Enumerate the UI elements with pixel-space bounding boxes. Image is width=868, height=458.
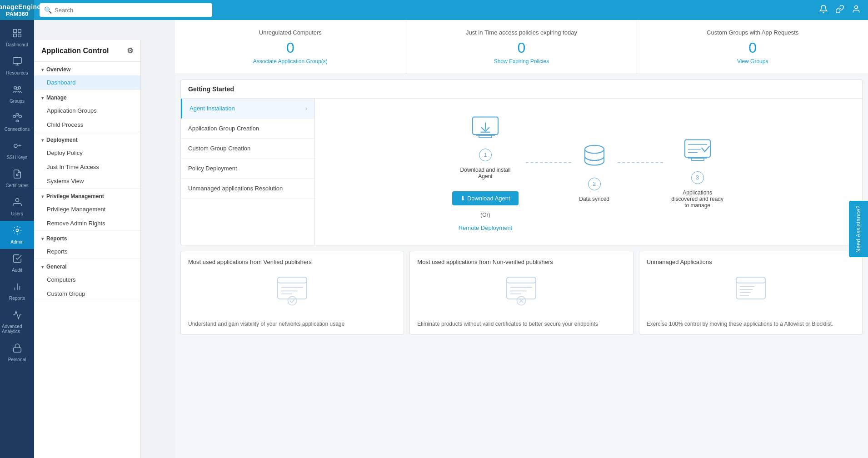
settings-gear-icon[interactable]: ⚙ (127, 46, 133, 55)
nav-section-general-title[interactable]: ▾ General (34, 259, 140, 273)
download-agent-button[interactable]: ⬇ Download Agent (452, 191, 518, 205)
svg-rect-28 (13, 348, 21, 352)
step-agent-label: Agent Installation (190, 105, 235, 112)
sidebar-item-audit[interactable]: Audit (0, 249, 34, 277)
stat-custom-groups-label: Custom Groups with App Requests (707, 29, 798, 36)
sidebar-item-dashboard[interactable]: Dashboard (0, 24, 34, 52)
step-policy-deployment[interactable]: Policy Deployment (181, 159, 314, 179)
sidebar-item-resources[interactable]: Resources (0, 52, 34, 80)
sidebar-item-certificates[interactable]: Certificates (0, 164, 34, 193)
sidebar-item-remove-admin[interactable]: Remove Admin Rights (34, 216, 140, 230)
sidebar-item-deploy-policy[interactable]: Deploy Policy (34, 146, 140, 160)
svg-rect-42 (278, 277, 307, 299)
sidebar-item-advanced-analytics[interactable]: Advanced Analytics (0, 305, 34, 339)
sidebar-item-privilege-management[interactable]: Privilege Management (34, 202, 140, 216)
svg-point-23 (15, 199, 19, 202)
need-assistance-panel[interactable]: Need Assistance? (849, 201, 868, 257)
nav-section-reports-title[interactable]: ▾ Reports (34, 231, 140, 244)
sidebar-label-users: Users (11, 211, 23, 216)
step-visual-2: 2 Data synced (579, 141, 610, 202)
step-num-3: 3 (691, 171, 704, 184)
remote-deployment-link[interactable]: Remote Deployment (459, 224, 513, 231)
sidebar-item-nav-dashboard[interactable]: Dashboard (34, 75, 140, 90)
stat-jit-value: 0 (518, 40, 526, 56)
search-input[interactable] (55, 7, 208, 14)
nav-section-deployment-title[interactable]: ▾ Deployment (34, 132, 140, 146)
step-dashes-1-2 (526, 162, 571, 163)
sidebar-label-audit: Audit (12, 268, 22, 273)
sidebar-item-groups[interactable]: Groups (0, 80, 34, 108)
nav-section-privilege-title[interactable]: ▾ Privilege Management (34, 189, 140, 202)
nav-section-overview-title[interactable]: ▾ Overview (34, 62, 140, 75)
bottom-cards: Most used applications from Verified pub… (180, 251, 863, 335)
search-icon: 🔍 (44, 6, 52, 14)
step-visual-label-3: Applications discovered and ready to man… (670, 189, 725, 209)
step-custom-group-creation[interactable]: Custom Group Creation (181, 139, 314, 159)
card-unmanaged-title: Unmanaged Applications (647, 259, 712, 265)
privilege-arrow-icon: ▾ (41, 194, 44, 199)
sidebar-item-personal[interactable]: Personal (0, 339, 34, 367)
sidebar-item-ssh-keys[interactable]: SSH Keys (0, 136, 34, 164)
sidebar-label-ssh-keys: SSH Keys (7, 155, 28, 160)
svg-rect-2 (18, 30, 20, 32)
nav-section-manage-title[interactable]: ▾ Manage (34, 90, 140, 104)
card-unmanaged-desc: Exercise 100% control by moving these ap… (647, 321, 833, 327)
overview-label: Overview (46, 66, 70, 73)
link-icon[interactable] (835, 5, 844, 16)
resources-icon (12, 56, 22, 69)
sidebar-label-advanced-analytics: Advanced Analytics (2, 324, 32, 334)
audit-icon (12, 254, 22, 266)
sidebar-item-connections[interactable]: Connections (0, 108, 34, 136)
nav-section-manage: ▾ Manage Application Groups Child Proces… (34, 90, 140, 132)
sidebar-item-systems-view[interactable]: Systems View (34, 174, 140, 188)
sidebar-item-custom-group[interactable]: Custom Group (34, 287, 140, 301)
unmanaged-apps-icon (647, 274, 855, 316)
sidebar-item-application-groups[interactable]: Application Groups (34, 104, 140, 118)
brand-name: ManageEngine (0, 3, 41, 10)
sidebar-item-admin[interactable]: Admin (0, 221, 34, 249)
sidebar-nav-panel: Application Control ⚙ ▾ Overview Dashboa… (34, 40, 141, 458)
bell-icon[interactable] (819, 5, 828, 16)
search-bar[interactable]: 🔍 (40, 3, 212, 17)
need-assistance-button[interactable]: Need Assistance? (849, 201, 868, 257)
admin-icon (12, 225, 22, 238)
step-unmanaged-apps[interactable]: Unmanaged applications Resolution (181, 179, 314, 199)
svg-rect-57 (736, 277, 765, 283)
advanced-analytics-icon (12, 310, 22, 322)
step-app-group-label: Application Group Creation (188, 125, 259, 132)
step-app-group-creation[interactable]: Application Group Creation (181, 119, 314, 139)
verified-publishers-icon (188, 274, 396, 316)
app-logo[interactable]: ManageEngine PAM360 (0, 0, 34, 20)
users-icon (12, 197, 22, 209)
card-non-verified-publishers: Most used applications from Non-verified… (409, 251, 633, 335)
user-icon[interactable] (852, 5, 861, 16)
step-unmanaged-label: Unmanaged applications Resolution (188, 185, 283, 192)
sidebar-item-reports[interactable]: Reports (0, 277, 34, 305)
sidebar-item-child-process[interactable]: Child Process (34, 118, 140, 132)
svg-rect-3 (13, 34, 16, 37)
general-arrow-icon: ▾ (41, 264, 44, 269)
svg-rect-48 (507, 277, 536, 299)
deployment-label: Deployment (46, 137, 78, 143)
steps-visual: 1 Download and install Agent ⬇ Download … (333, 112, 844, 231)
app-title: PAM360 (6, 10, 29, 17)
sidebar-item-reports[interactable]: Reports (34, 244, 140, 259)
svg-point-22 (16, 174, 18, 176)
stat-jit-link[interactable]: Show Expiring Policies (494, 58, 549, 65)
sidebar-label-personal: Personal (8, 357, 26, 362)
step-agent-installation[interactable]: Agent Installation › (181, 99, 314, 119)
stat-unregulated-link[interactable]: Associate Application Group(s) (253, 58, 328, 65)
svg-rect-12 (19, 115, 21, 117)
svg-point-34 (585, 145, 604, 154)
step-policy-label: Policy Deployment (188, 165, 237, 172)
sidebar-item-just-in-time[interactable]: Just In Time Access (34, 160, 140, 174)
nav-section-general: ▾ General Computers Custom Group (34, 259, 140, 301)
certificates-icon (12, 169, 22, 181)
stat-custom-groups-link[interactable]: View Groups (737, 58, 768, 65)
svg-rect-5 (13, 58, 21, 64)
sidebar-item-computers[interactable]: Computers (34, 273, 140, 287)
sidebar-item-users[interactable]: Users (0, 193, 34, 221)
manage-label: Manage (46, 95, 67, 101)
groups-icon (12, 85, 22, 97)
connections-icon (12, 113, 22, 125)
